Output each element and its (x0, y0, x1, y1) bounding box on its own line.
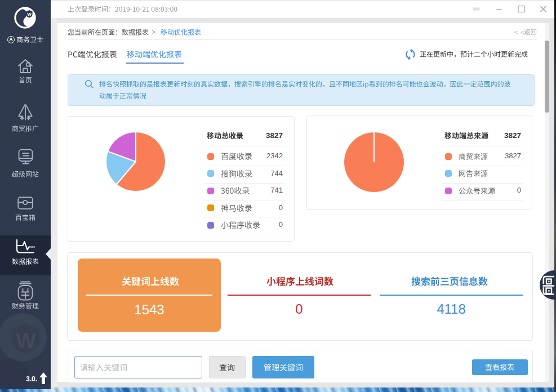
svg-text:W: W (16, 329, 36, 353)
svg-text:W: W (27, 12, 32, 17)
